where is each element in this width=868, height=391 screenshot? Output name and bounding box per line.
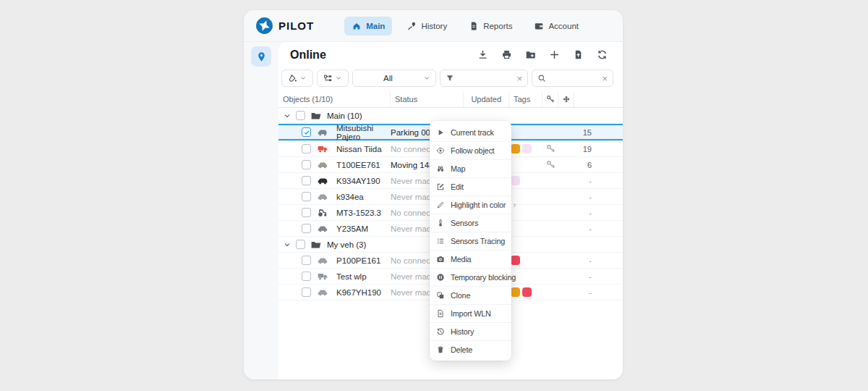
truck-icon — [315, 143, 331, 155]
row-checkbox-checked[interactable] — [302, 127, 311, 137]
col-key[interactable] — [542, 91, 558, 107]
vehicle-name: Mitsubishi Pajero — [336, 124, 391, 141]
nav-tab-main[interactable]: Main — [344, 17, 392, 35]
filter-input[interactable]: × — [440, 70, 528, 87]
row-checkbox[interactable] — [302, 272, 311, 281]
camera-icon — [436, 255, 445, 264]
menu-label: Follow object — [451, 146, 494, 155]
sensor-count: 19 — [583, 145, 592, 154]
folder-icon — [310, 110, 322, 122]
route-pin-icon — [407, 21, 417, 31]
car-icon — [315, 287, 331, 298]
key-icon — [546, 95, 555, 104]
truck-icon — [315, 271, 331, 282]
folder-icon — [310, 239, 322, 251]
import-file-button[interactable] — [573, 49, 584, 61]
row-checkbox[interactable] — [302, 256, 311, 265]
nav-tab-history[interactable]: History — [399, 17, 454, 35]
col-status[interactable]: Status — [391, 91, 464, 107]
menu-item-temporary-blocking[interactable]: Temporary blocking — [430, 268, 511, 286]
panel-toolbar — [477, 49, 608, 61]
tag-chip — [522, 144, 532, 154]
row-checkbox[interactable] — [302, 224, 311, 233]
group-checkbox[interactable] — [296, 111, 305, 120]
tag-chip — [511, 176, 520, 185]
tractor-icon — [315, 207, 331, 219]
menu-item-sensors[interactable]: Sensors — [430, 214, 511, 232]
menu-item-follow-object[interactable]: Follow object — [430, 141, 511, 159]
menu-item-media[interactable]: Media — [430, 250, 511, 268]
sensor-count: - — [589, 209, 592, 217]
menu-item-highlight-in-color[interactable]: Highlight in color — [430, 196, 511, 214]
row-checkbox[interactable] — [302, 192, 311, 201]
car-icon — [315, 159, 331, 171]
row-checkbox[interactable] — [302, 287, 311, 297]
menu-item-edit[interactable]: Edit — [430, 177, 511, 196]
sensor-count: - — [589, 256, 592, 265]
col-objects[interactable]: Objects (1/10) — [278, 91, 391, 107]
van-icon — [315, 175, 331, 187]
nav-label: Account — [548, 22, 579, 30]
nav-label: History — [421, 22, 447, 30]
col-addons[interactable] — [558, 91, 574, 107]
table-header: Objects (1/10) Status Updated Tags — [278, 91, 623, 108]
type-select[interactable]: All — [352, 70, 436, 87]
menu-label: Media — [451, 255, 471, 264]
pilot-logo: PILOT — [255, 17, 314, 35]
report-doc-icon — [469, 21, 479, 31]
chevron-down-icon — [423, 75, 430, 82]
flower-icon — [562, 95, 571, 104]
main-nav: Main History Reports Account — [344, 17, 586, 35]
row-checkbox[interactable] — [302, 208, 311, 217]
menu-item-map[interactable]: Map — [430, 159, 511, 177]
menu-label: Clone — [451, 291, 470, 300]
menu-item-import-wln[interactable]: Import WLN — [430, 304, 511, 322]
tag-chip — [511, 256, 520, 265]
nav-tab-reports[interactable]: Reports — [461, 17, 519, 35]
refresh-button[interactable] — [597, 49, 608, 61]
menu-item-delete[interactable]: Delete — [430, 340, 511, 358]
menu-label: Temporary blocking — [451, 273, 516, 282]
collapse-caret-icon[interactable] — [283, 112, 292, 120]
col-tags[interactable]: Tags — [509, 91, 542, 107]
import-file-icon — [573, 49, 584, 60]
col-updated[interactable]: Updated — [464, 91, 509, 107]
vehicle-name: MT3-1523.3 — [336, 209, 381, 217]
add-folder-button[interactable] — [525, 49, 537, 61]
collapse-caret-icon[interactable] — [283, 240, 292, 249]
chevron-down-icon — [299, 75, 307, 82]
row-checkbox[interactable] — [302, 176, 311, 185]
menu-item-history[interactable]: History — [430, 322, 511, 340]
map-pin-button[interactable] — [251, 46, 271, 67]
clear-search-icon[interactable]: × — [602, 74, 608, 83]
row-checkbox[interactable] — [302, 144, 311, 154]
chevron-down-icon — [335, 75, 342, 82]
menu-item-clone[interactable]: Clone — [430, 286, 511, 304]
search-icon — [537, 74, 546, 83]
menu-label: Sensors Tracing — [451, 237, 505, 245]
edit-icon — [436, 182, 445, 191]
nav-tab-account[interactable]: Account — [527, 17, 586, 35]
vehicle-name: Test wlp — [336, 272, 367, 281]
status-text: No connect — [391, 209, 433, 217]
print-icon — [501, 49, 512, 60]
thermometer-icon — [436, 219, 445, 227]
row-checkbox[interactable] — [302, 160, 311, 169]
status-text: Parking 00 — [391, 128, 430, 137]
menu-item-current-track[interactable]: Current track — [430, 123, 511, 141]
search-input[interactable]: × — [532, 70, 613, 87]
vehicle-name: K967YH190 — [336, 288, 381, 297]
clear-filter-icon[interactable]: × — [516, 74, 522, 83]
car-icon — [315, 255, 331, 266]
grouping-dropdown[interactable] — [317, 70, 349, 87]
group-checkbox[interactable] — [296, 240, 305, 249]
print-button[interactable] — [501, 49, 513, 61]
fill-color-dropdown[interactable] — [281, 70, 313, 87]
download-button[interactable] — [477, 49, 489, 61]
menu-item-sensors-tracing[interactable]: Sensors Tracing — [430, 232, 511, 250]
add-button[interactable] — [549, 49, 561, 61]
menu-label: Delete — [451, 345, 472, 354]
import-doc-icon — [436, 309, 445, 318]
sensor-count: - — [589, 177, 592, 185]
sensor-count: 15 — [583, 128, 592, 137]
